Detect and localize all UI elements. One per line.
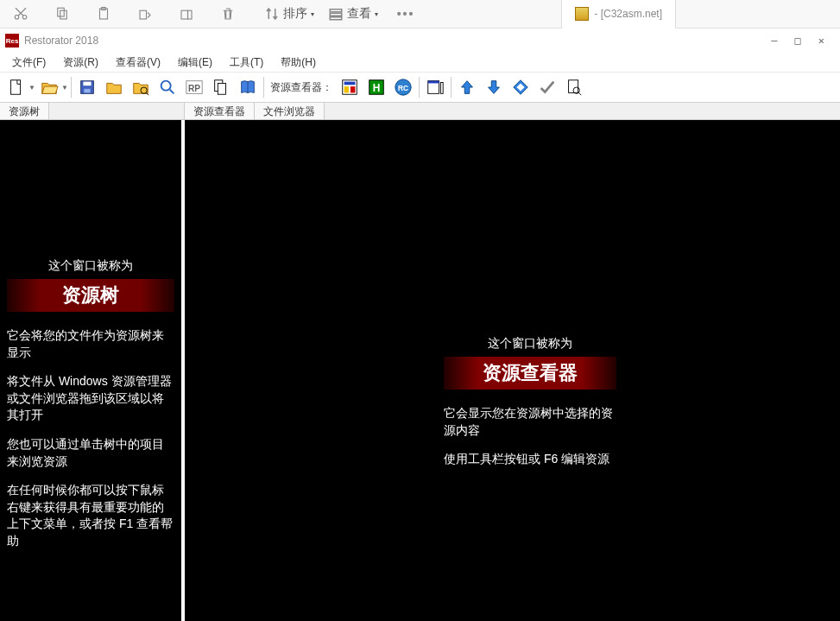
delete-icon[interactable] [207,1,249,27]
copy-to-icon[interactable] [166,1,207,27]
nav-down-button[interactable] [481,74,507,100]
more-icon[interactable]: ••• [385,1,426,27]
copy-icon[interactable] [41,1,83,27]
svg-rect-25 [351,86,356,92]
book-button[interactable] [235,74,261,100]
nav-up-button[interactable] [454,74,480,100]
background-window-tab[interactable]: - [C32asm.net] [561,0,676,29]
minimize-button[interactable]: — [771,35,777,47]
viewer-default-button[interactable] [337,74,363,100]
sort-button[interactable]: 排序 ▾ [257,1,321,27]
check-button[interactable] [534,74,560,100]
view-button[interactable]: 查看 ▾ [321,1,385,27]
viewer-label: 资源查看器： [267,80,336,95]
cut-icon[interactable] [0,1,41,27]
svg-rect-23 [344,82,355,86]
svg-rect-14 [83,82,91,86]
viewer-banner: 资源查看器 [444,357,616,390]
svg-rect-24 [344,86,349,92]
view-label: 查看 [347,6,371,22]
copy-resource-button[interactable] [208,74,234,100]
save-button[interactable] [74,74,100,100]
save-all-button[interactable] [101,74,127,100]
nav-diamond-button[interactable] [508,74,534,100]
window-title: Restorator 2018 [24,35,98,47]
svg-rect-31 [428,81,439,84]
menu-resource[interactable]: 资源(R) [54,54,107,72]
app-icon: Res [5,34,19,48]
maximize-button[interactable]: □ [795,35,801,47]
explore-button[interactable] [128,74,154,100]
svg-rect-12 [11,80,21,95]
menu-edit[interactable]: 编辑(E) [169,54,221,72]
viewer-dialog-button[interactable] [422,74,448,100]
tab-file-browser[interactable]: 文件浏览器 [255,103,325,119]
svg-rect-15 [84,89,90,93]
viewer-text-1: 它会显示您在资源树中选择的资源内容 [444,405,616,439]
search-button[interactable] [155,74,180,100]
rp-button[interactable]: RP [181,74,207,100]
svg-rect-7 [181,10,188,19]
tree-text-3: 您也可以通过单击树中的项目来浏览资源 [7,436,174,470]
tab-resource-tree[interactable]: 资源树 [0,103,49,119]
svg-point-17 [161,81,171,91]
viewer-info-overlay: 这个窗口被称为 资源查看器 它会显示您在资源树中选择的资源内容 使用工具栏按钮或… [444,336,616,480]
panel-headers: 资源树 资源查看器 文件浏览器 [0,103,840,120]
new-button[interactable] [3,74,29,100]
tree-info-overlay: 这个窗口被称为 资源树 它会将您的文件作为资源树来显示 将文件从 Windows… [7,258,174,562]
viewer-caption: 这个窗口被称为 [444,336,616,352]
svg-text:H: H [373,82,381,94]
svg-rect-10 [330,13,342,16]
menu-help[interactable]: 帮助(H) [272,54,325,72]
content-area: 这个窗口被称为 资源树 它会将您的文件作为资源树来显示 将文件从 Windows… [0,120,840,621]
svg-rect-9 [330,10,342,12]
svg-text:RP: RP [188,84,200,93]
tree-text-2: 将文件从 Windows 资源管理器或文件浏览器拖到该区域以将其打开 [7,373,174,424]
svg-rect-21 [218,83,225,94]
titlebar: Res Restorator 2018 — □ ✕ [0,29,840,53]
viewer-rc-button[interactable]: RC [390,74,416,100]
resource-viewer-panel[interactable]: 这个窗口被称为 资源查看器 它会显示您在资源树中选择的资源内容 使用工具栏按钮或… [185,120,840,621]
menu-tools[interactable]: 工具(T) [221,54,272,72]
menu-file[interactable]: 文件(F) [3,54,54,72]
svg-text:RC: RC [398,85,408,92]
c32asm-icon [575,7,589,21]
svg-rect-6 [140,10,147,19]
tree-text-1: 它会将您的文件作为资源树来显示 [7,327,174,361]
svg-rect-32 [440,83,443,94]
toolbar: ▼ ▼ RP 资源查看器： H RC [0,72,840,103]
tree-caption: 这个窗口被称为 [7,258,174,274]
open-button[interactable] [36,74,62,100]
tab-resource-viewer[interactable]: 资源查看器 [185,103,255,119]
move-icon[interactable] [124,1,166,27]
background-tab-title: - [C32asm.net] [594,8,662,20]
menubar: 文件(F) 资源(R) 查看器(V) 编辑(E) 工具(T) 帮助(H) [0,53,840,72]
viewer-hex-button[interactable]: H [363,74,389,100]
sort-label: 排序 [283,6,307,22]
svg-rect-2 [58,8,65,16]
menu-viewer[interactable]: 查看器(V) [107,54,169,72]
open-dropdown[interactable]: ▼ [61,84,68,92]
svg-rect-11 [330,17,342,20]
paste-icon[interactable] [83,1,124,27]
find-button[interactable] [561,74,587,100]
tree-text-4: 在任何时候你都可以按下鼠标右键来获得具有最重要功能的上下文菜单，或者按 F1 查… [7,482,174,549]
resource-tree-panel[interactable]: 这个窗口被称为 资源树 它会将您的文件作为资源树来显示 将文件从 Windows… [0,120,185,621]
tree-banner: 资源树 [7,279,174,312]
close-button[interactable]: ✕ [818,35,824,47]
background-app-toolbar: 排序 ▾ 查看 ▾ ••• - [C32asm.net] [0,0,840,29]
svg-rect-8 [188,10,193,19]
new-dropdown[interactable]: ▼ [28,84,35,92]
viewer-text-2: 使用工具栏按钮或 F6 编辑资源 [444,451,616,468]
svg-rect-3 [60,10,67,19]
